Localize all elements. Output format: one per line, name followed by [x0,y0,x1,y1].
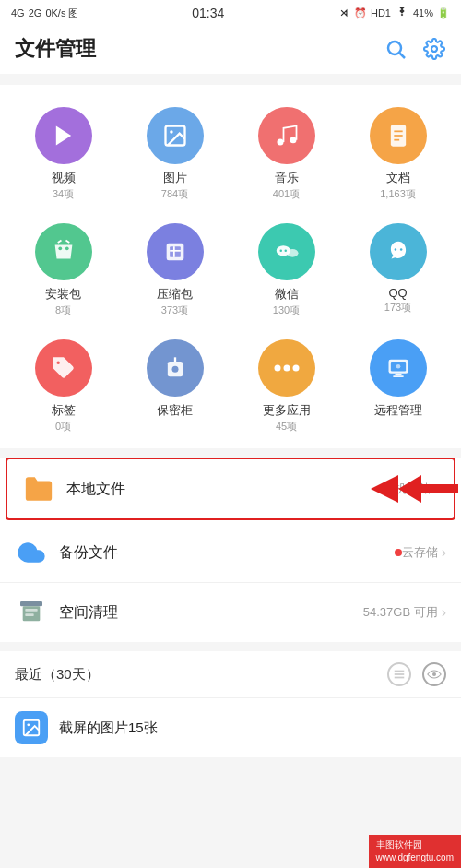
photo-icon [147,107,204,164]
grid-item-remote[interactable]: 远程管理 [342,332,454,441]
space-cleaner-right: 54.37GB 可用 › [363,604,446,621]
grid-item-wechat[interactable]: 微信 130项 [230,216,342,325]
bluetooth-icon [337,6,350,19]
backup-files-label: 备份文件 [59,543,391,563]
watermark: 丰图软件园 www.dgfengtu.com [369,835,462,868]
page-title: 文件管理 [15,35,96,63]
grid-item-qq[interactable]: QQ 173项 [342,216,454,325]
doc-label: 文档 [386,170,410,186]
status-left: 4G 2G 0K/s 图 [11,6,78,20]
svg-point-32 [292,365,299,372]
storage-list: 本地文件 手机存储 › 备份文件 [0,458,461,642]
network-status2: 2G [29,7,42,18]
svg-point-49 [27,723,30,726]
grid-item-safe[interactable]: 保密柜 [119,332,230,441]
tag-icon [35,339,92,397]
svg-point-28 [171,366,178,373]
qq-label: QQ [388,286,407,300]
svg-rect-17 [170,246,181,257]
svg-rect-46 [395,677,405,679]
screenshot-label: 截屏的图片15张 [59,719,158,737]
svg-line-14 [57,241,61,244]
svg-rect-29 [173,357,175,362]
cloud-icon [15,536,48,569]
svg-point-12 [58,246,62,250]
eye-button[interactable] [422,662,446,686]
music-label: 音乐 [275,170,299,186]
grid-item-zip[interactable]: 压缩包 373项 [119,216,230,325]
remote-label: 远程管理 [374,402,422,419]
svg-rect-40 [20,601,42,606]
screenshot-list-item[interactable]: 截屏的图片15张 [0,697,461,757]
more-label: 更多应用 [263,402,311,419]
svg-marker-39 [371,475,398,503]
settings-button[interactable] [422,37,446,61]
svg-point-47 [432,672,436,676]
svg-marker-38 [398,475,458,503]
grid-item-music[interactable]: 音乐 401项 [230,100,342,208]
svg-rect-35 [393,375,404,377]
grid-container: 视频 34项 图片 784项 [7,100,454,441]
status-time: 01:34 [192,6,224,20]
grid-item-apk[interactable]: 安装包 8项 [7,216,119,325]
grid-item-more[interactable]: 更多应用 45项 [230,332,342,441]
grid-item-tag[interactable]: 标签 0项 [7,332,119,441]
photo-count: 784项 [161,187,188,201]
doc-count: 1,163项 [380,187,416,201]
network-status: 4G [11,7,25,18]
music-icon [258,107,315,164]
svg-line-1 [400,54,406,59]
grid-item-photo[interactable]: 图片 784项 [119,100,230,208]
svg-marker-3 [55,126,70,146]
doc-icon [370,107,427,164]
qq-count: 173项 [384,301,411,315]
status-bar: 4G 2G 0K/s 图 01:34 ⏰ HD1 41% 🔋 [0,0,461,26]
folder-icon [22,472,55,505]
category-grid: 视频 34项 图片 784项 [0,85,461,448]
wifi-icon [395,7,409,18]
svg-rect-43 [25,613,33,616]
svg-rect-45 [395,673,405,675]
cloud-storage-text: 云存储 [402,544,438,561]
svg-point-22 [279,250,282,253]
battery-level: 41% [413,7,433,18]
svg-point-24 [394,248,396,251]
alarm-icon: ⏰ [354,7,367,19]
recent-actions [387,662,446,686]
zip-count: 373项 [161,303,188,317]
space-cleaner-item[interactable]: 空间清理 54.37GB 可用 › [0,583,461,642]
recent-section-header: 最近（30天） [0,651,461,697]
more-count: 45项 [276,420,297,434]
list-view-button[interactable] [387,662,411,686]
remote-icon [370,339,427,397]
grid-item-video[interactable]: 视频 34项 [7,100,119,208]
svg-point-13 [65,246,68,250]
search-button[interactable] [384,37,408,61]
grid-item-doc[interactable]: 文档 1,163项 [342,100,454,208]
recent-title: 最近（30天） [15,666,100,684]
tag-count: 0项 [55,420,71,434]
svg-rect-44 [395,671,405,672]
local-files-wrapper: 本地文件 手机存储 › [0,458,461,520]
svg-rect-41 [23,606,41,621]
watermark-line1: 丰图软件园 [376,838,455,851]
apk-icon [35,223,92,280]
highlight-arrow [371,466,461,512]
screenshot-icon [15,711,48,744]
wechat-count: 130项 [273,303,300,317]
svg-rect-42 [25,609,37,612]
svg-line-15 [65,241,69,244]
wechat-label: 微信 [275,286,299,303]
backup-files-item[interactable]: 备份文件 云存储 › [0,523,461,583]
safe-label: 保密柜 [157,402,193,419]
svg-point-30 [274,365,280,372]
video-count: 34项 [53,187,74,201]
battery-icon: 🔋 [437,7,450,19]
status-right: ⏰ HD1 41% 🔋 [337,6,450,19]
cleaner-icon [15,596,48,629]
network-speed: 0K/s 图 [45,6,78,20]
main-content: 视频 34项 图片 784项 [0,74,461,757]
svg-point-23 [284,250,287,253]
svg-rect-34 [395,374,401,375]
music-count: 401项 [273,187,300,201]
